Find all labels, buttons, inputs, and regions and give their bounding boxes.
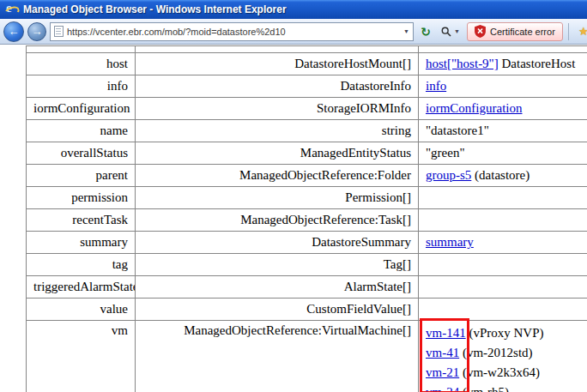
property-value xyxy=(419,299,587,321)
vm-link[interactable]: vm-141 xyxy=(426,326,466,340)
table-row: name string "datastore1" xyxy=(27,120,587,142)
property-type: ManagedObjectReference:Task[] xyxy=(136,209,419,232)
property-value: host["host-9"] DatastoreHost xyxy=(419,53,587,75)
property-type: CustomFieldValue[] xyxy=(136,299,419,321)
property-value xyxy=(419,276,587,299)
refresh-button[interactable]: ↻ xyxy=(417,22,434,41)
certificate-error-label: Certificate error xyxy=(490,27,555,37)
window-title: Managed Object Browser - Windows Interne… xyxy=(23,3,287,15)
vm-list-item: vm-24 (vm-rh5) xyxy=(426,383,587,392)
property-value: "datastore1" xyxy=(419,120,587,142)
search-button[interactable]: ▼ xyxy=(438,22,463,41)
property-value: info xyxy=(419,75,587,98)
table-row: iormConfiguration StorageIORMInfo iormCo… xyxy=(27,98,587,120)
table-row: summary DatastoreSummary summary xyxy=(27,232,587,254)
table-row: tag Tag[] xyxy=(27,254,587,276)
property-value: "green" xyxy=(419,142,587,165)
value-link[interactable]: info xyxy=(426,79,446,93)
value-text: (datastore) xyxy=(471,168,530,182)
back-button[interactable]: ← xyxy=(3,21,24,42)
vm-link[interactable]: vm-24 xyxy=(426,385,459,392)
page-content: host DatastoreHostMount[] host["host-9"]… xyxy=(0,45,587,392)
property-name: value xyxy=(27,299,136,321)
address-bar[interactable]: ▼ xyxy=(50,22,414,41)
value-link[interactable]: summary xyxy=(426,235,474,249)
toolbar-separator xyxy=(568,23,569,40)
browser-window: e Managed Object Browser - Windows Inter… xyxy=(0,0,587,392)
property-name: name xyxy=(27,120,136,142)
value-text: DatastoreHost xyxy=(499,57,576,70)
table-row: parent ManagedObjectReference:Folder gro… xyxy=(27,165,587,187)
certificate-error-icon xyxy=(475,25,486,38)
property-value xyxy=(419,254,587,276)
property-name: iormConfiguration xyxy=(27,98,136,120)
table-row: host DatastoreHostMount[] host["host-9"]… xyxy=(27,53,587,75)
address-toolbar: ← → ▼ ↻ ▼ Certificate error xyxy=(0,19,587,45)
vm-label: (vm-2012std) xyxy=(459,346,532,359)
table-row: triggeredAlarmState AlarmState[] xyxy=(27,276,587,299)
table-row: recentTask ManagedObjectReference:Task[] xyxy=(27,209,587,232)
value-link[interactable]: host["host-9"] xyxy=(426,57,499,70)
property-type: DatastoreInfo xyxy=(136,75,419,98)
table-row-partial xyxy=(27,46,587,53)
vm-label: (vm-w2k3x64) xyxy=(459,365,540,379)
property-name: summary xyxy=(27,232,136,254)
property-name: parent xyxy=(27,165,136,187)
property-value: summary xyxy=(419,232,587,254)
value-text: "green" xyxy=(426,146,465,160)
property-type: string xyxy=(136,120,419,142)
property-value xyxy=(419,187,587,209)
property-name: tag xyxy=(27,254,136,276)
property-type: Tag[] xyxy=(136,254,419,276)
property-type: DatastoreSummary xyxy=(136,232,419,254)
vm-label: (vProxy NVP) xyxy=(466,326,544,340)
title-bar: e Managed Object Browser - Windows Inter… xyxy=(0,0,587,19)
certificate-error-badge[interactable]: Certificate error xyxy=(467,22,563,41)
value-text: "datastore1" xyxy=(426,124,489,137)
table-row: info DatastoreInfo info xyxy=(27,75,587,98)
search-dropdown-icon: ▼ xyxy=(454,28,460,34)
property-value xyxy=(419,209,587,232)
property-value: group-s5 (datastore) xyxy=(419,165,587,187)
property-type: DatastoreHostMount[] xyxy=(136,53,419,75)
table-row: value CustomFieldValue[] xyxy=(27,299,587,321)
refresh-icon: ↻ xyxy=(421,25,431,39)
search-icon xyxy=(441,27,451,37)
table-row: overallStatus ManagedEntityStatus "green… xyxy=(27,142,587,165)
property-type: ManagedObjectReference:VirtualMachine[] xyxy=(136,321,419,392)
property-name: permission xyxy=(27,187,136,209)
value-link[interactable]: iormConfiguration xyxy=(426,101,523,115)
table-row: permission Permission[] xyxy=(27,187,587,209)
vm-link[interactable]: vm-41 xyxy=(426,346,459,359)
property-value: vm-141 (vProxy NVP) vm-41 (vm-2012std) v… xyxy=(419,321,587,392)
property-type: ManagedEntityStatus xyxy=(136,142,419,165)
vm-label: (vm-rh5) xyxy=(459,385,509,392)
property-name: triggeredAlarmState xyxy=(27,276,136,299)
ie-logo-icon: e xyxy=(4,3,18,16)
property-value: iormConfiguration xyxy=(419,98,587,120)
table-row-vm: vm ManagedObjectReference:VirtualMachine… xyxy=(27,321,587,392)
favorites-button[interactable]: ★ xyxy=(574,22,587,41)
forward-button[interactable]: → xyxy=(27,22,46,41)
favorites-star-icon: ★ xyxy=(578,25,587,38)
property-type: AlarmState[] xyxy=(136,276,419,299)
address-input[interactable] xyxy=(67,27,400,37)
page-icon xyxy=(54,26,64,37)
address-dropdown-icon[interactable]: ▼ xyxy=(403,28,409,34)
property-name: host xyxy=(27,53,136,75)
vm-list-item: vm-21 (vm-w2k3x64) xyxy=(426,363,587,383)
vm-list-item: vm-41 (vm-2012std) xyxy=(426,343,587,363)
value-link[interactable]: group-s5 xyxy=(426,168,471,182)
forward-arrow-icon: → xyxy=(32,25,43,38)
vm-link[interactable]: vm-21 xyxy=(426,365,459,379)
vm-list-item: vm-141 (vProxy NVP) xyxy=(426,323,587,343)
property-name: overallStatus xyxy=(27,142,136,165)
property-type: StorageIORMInfo xyxy=(136,98,419,120)
property-type: ManagedObjectReference:Folder xyxy=(136,165,419,187)
mob-property-table: host DatastoreHostMount[] host["host-9"]… xyxy=(26,45,587,392)
property-name: info xyxy=(27,75,136,98)
property-type: Permission[] xyxy=(136,187,419,209)
property-name: vm xyxy=(27,321,136,392)
property-name: recentTask xyxy=(27,209,136,232)
back-arrow-icon: ← xyxy=(9,25,20,38)
